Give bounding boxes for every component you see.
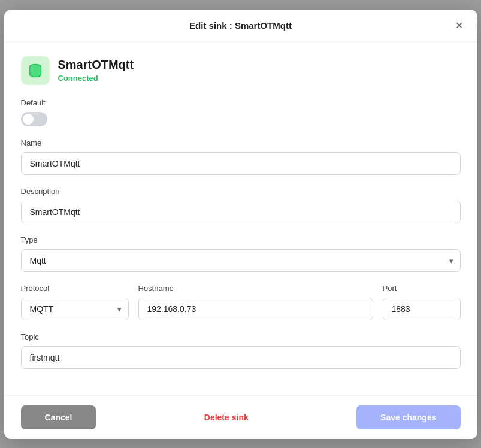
name-field-group: Name	[21, 138, 461, 175]
modal-title: Edit sink : SmartOTMqtt	[189, 20, 292, 31]
close-button[interactable]: ×	[452, 18, 467, 32]
topic-input[interactable]	[21, 346, 461, 369]
modal-footer: Cancel Delete sink Save changes	[4, 395, 477, 439]
type-field-group: Type Mqtt HTTP WebSocket ▾	[21, 235, 461, 272]
default-label: Default	[21, 98, 461, 107]
topic-field-group: Topic	[21, 332, 461, 369]
description-input[interactable]	[21, 201, 461, 223]
modal-body: SmartOTMqtt Connected Default Name Descr…	[4, 42, 477, 395]
protocol-select[interactable]: MQTT MQTTS WS WSS	[21, 298, 129, 320]
port-label: Port	[383, 284, 461, 293]
type-label: Type	[21, 235, 461, 244]
protocol-field-group: Protocol MQTT MQTTS WS WSS ▾	[21, 284, 129, 320]
protocol-label: Protocol	[21, 284, 129, 293]
hostname-label: Hostname	[138, 284, 373, 293]
name-label: Name	[21, 138, 461, 147]
sink-name-block: SmartOTMqtt Connected	[58, 58, 134, 83]
cancel-button[interactable]: Cancel	[21, 405, 96, 429]
default-toggle[interactable]	[21, 112, 47, 126]
sink-icon	[21, 56, 50, 85]
type-select-wrapper: Mqtt HTTP WebSocket ▾	[21, 249, 461, 272]
type-select[interactable]: Mqtt HTTP WebSocket	[21, 249, 461, 272]
protocol-select-wrapper: MQTT MQTTS WS WSS ▾	[21, 298, 129, 320]
description-label: Description	[21, 187, 461, 196]
topic-label: Topic	[21, 332, 461, 341]
description-field-group: Description	[21, 187, 461, 223]
connection-row: Protocol MQTT MQTTS WS WSS ▾ Hos	[21, 284, 461, 320]
delete-sink-button[interactable]: Delete sink	[192, 405, 261, 429]
modal-header: Edit sink : SmartOTMqtt ×	[4, 10, 477, 42]
modal-overlay: Edit sink : SmartOTMqtt × SmartOTMqtt Co…	[0, 0, 481, 448]
hostname-input[interactable]	[138, 298, 373, 320]
database-icon	[27, 62, 44, 79]
name-input[interactable]	[21, 152, 461, 175]
sink-name: SmartOTMqtt	[58, 58, 134, 72]
port-input[interactable]	[383, 298, 461, 320]
port-field-group: Port	[383, 284, 461, 320]
sink-header: SmartOTMqtt Connected	[21, 56, 461, 85]
toggle-slider	[21, 112, 47, 126]
sink-status: Connected	[58, 74, 134, 83]
hostname-field-group: Hostname	[138, 284, 373, 320]
default-toggle-group: Default	[21, 98, 461, 126]
connection-fields-group: Protocol MQTT MQTTS WS WSS ▾ Hos	[21, 284, 461, 320]
edit-sink-modal: Edit sink : SmartOTMqtt × SmartOTMqtt Co…	[4, 10, 477, 439]
save-changes-button[interactable]: Save changes	[356, 405, 460, 429]
